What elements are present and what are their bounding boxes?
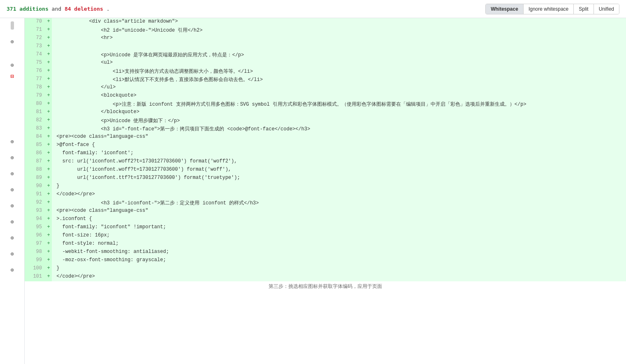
line-content: <ul> [52, 59, 626, 67]
line-content: <h3 id="-font-face">第一步：拷贝项目下面生成的 <code>… [52, 125, 626, 133]
line-number: 76 [25, 67, 45, 76]
line-sign: + [45, 109, 52, 117]
line-sign: + [45, 232, 52, 240]
deletions-count: 84 deletions [65, 6, 103, 12]
gutter-expand-7[interactable]: ⊕ [9, 202, 16, 209]
line-sign: + [45, 84, 52, 92]
line-number: 101 [25, 273, 45, 281]
gutter-expand-3[interactable]: ⊕ [9, 138, 16, 145]
gutter-expand-4[interactable]: ⊕ [9, 154, 16, 161]
line-content: <p>注意：新版 iconfont 支持两种方式引用多色图标：SVG symbo… [52, 100, 626, 109]
split-button[interactable]: Split [574, 4, 594, 14]
table-row: 93+ <pre><code class="language-css" [25, 207, 626, 216]
line-sign: + [45, 248, 52, 257]
line-number: 88 [25, 166, 45, 174]
table-row: 82+ <p>Unicode 使用步骤如下：</p> [25, 117, 626, 125]
gutter-expand-8[interactable]: ⊕ [9, 218, 16, 225]
gutter-expand-5[interactable]: ⊕ [9, 170, 16, 177]
line-sign: + [45, 141, 52, 150]
line-number: 70 [25, 18, 45, 26]
table-row: 89+ url('iconfont.ttf?t=1730127703600') … [25, 174, 626, 183]
gutter-collapse-1[interactable]: ⊟ [9, 72, 16, 80]
line-content: >@font-face { [52, 141, 626, 150]
table-row: 85+ >@font-face { [25, 141, 626, 150]
line-number: 97 [25, 240, 45, 248]
line-content: url('iconfont.woff?t=1730127703600') for… [52, 166, 626, 174]
table-row: 71+ <h2 id="unicode-">Unicode 引用</h2> [25, 26, 626, 35]
diff-table: 70+ <div class="article markdown">71+ <h… [25, 18, 626, 281]
gutter-expand-11[interactable]: ⊕ [9, 266, 16, 274]
table-row: 91+ </code></pre> [25, 191, 626, 199]
line-sign: + [45, 166, 52, 174]
line-sign: + [45, 240, 52, 248]
line-sign: + [45, 199, 52, 207]
gutter-expand-2[interactable]: ⊕ [9, 61, 16, 69]
table-row: 74+ <p>Unicode 是字体在网页端最原始的应用方式，特点是：</p> [25, 51, 626, 59]
line-content: } [52, 265, 626, 273]
line-sign: + [45, 117, 52, 125]
line-content: </blockquote> [52, 109, 626, 117]
line-content: -webkit-font-smoothing: antialiased; [52, 248, 626, 257]
stats-separator: and [52, 6, 65, 12]
line-number: 81 [25, 109, 45, 117]
line-number: 84 [25, 133, 45, 141]
stats-period: . [107, 6, 110, 12]
line-number: 89 [25, 174, 45, 183]
table-row: 77+ <li>默认情况下不支持多色，直接添加多色图标会自动去色。</li> [25, 76, 626, 84]
line-content: <blockquote> [52, 92, 626, 100]
line-content: -moz-osx-font-smoothing: grayscale; [52, 257, 626, 265]
unified-button[interactable]: Unified [594, 4, 619, 14]
line-number: 79 [25, 92, 45, 100]
line-number: 92 [25, 199, 45, 207]
diff-table-wrapper[interactable]: 70+ <div class="article markdown">71+ <h… [25, 18, 626, 364]
line-number: 98 [25, 248, 45, 257]
line-content: <h2 id="unicode-">Unicode 引用</h2> [52, 26, 626, 35]
line-content: <hr> [52, 35, 626, 43]
table-row: 97+ font-style: normal; [25, 240, 626, 248]
line-sign: + [45, 92, 52, 100]
line-number: 99 [25, 257, 45, 265]
gutter-expand-1[interactable]: ⊕ [9, 38, 16, 45]
line-content: font-family: "iconfont" !important; [52, 224, 626, 232]
table-row: 83+ <h3 id="-font-face">第一步：拷贝项目下面生成的 <c… [25, 125, 626, 133]
table-row: 79+ <blockquote> [25, 92, 626, 100]
stats-text: 371 additions and 84 deletions . [7, 6, 109, 12]
line-sign: + [45, 125, 52, 133]
line-number: 86 [25, 150, 45, 158]
line-sign: + [45, 26, 52, 35]
line-sign: + [45, 76, 52, 84]
line-content: </code></pre> [52, 273, 626, 281]
ignore-whitespace-button[interactable]: Ignore whitespace [524, 4, 574, 14]
table-row: 73+ [25, 43, 626, 51]
diff-view-buttons: Whitespace Ignore whitespace Split Unifi… [485, 4, 619, 14]
line-sign: + [45, 100, 52, 109]
line-number: 91 [25, 191, 45, 199]
table-row: 81+ </blockquote> [25, 109, 626, 117]
line-content: <pre><code class="language-css" [52, 133, 626, 141]
table-row: 72+ <hr> [25, 35, 626, 43]
line-content: >.iconfont { [52, 216, 626, 224]
line-content: font-size: 16px; [52, 232, 626, 240]
line-number: 85 [25, 141, 45, 150]
line-content: } [52, 183, 626, 191]
line-content: <pre><code class="language-css" [52, 207, 626, 216]
line-sign: + [45, 51, 52, 59]
gutter-expand-10[interactable]: ⊕ [9, 250, 16, 257]
whitespace-button[interactable]: Whitespace [486, 4, 524, 14]
line-content: <li>支持按字体的方式去动态调整图标大小，颜色等等。</li> [52, 67, 626, 76]
line-number: 73 [25, 43, 45, 51]
line-number: 96 [25, 232, 45, 240]
table-row: 98+ -webkit-font-smoothing: antialiased; [25, 248, 626, 257]
line-number: 80 [25, 100, 45, 109]
line-content: <li>默认情况下不支持多色，直接添加多色图标会自动去色。</li> [52, 76, 626, 84]
line-sign: + [45, 224, 52, 232]
table-row: 88+ url('iconfont.woff?t=1730127703600')… [25, 166, 626, 174]
line-content: <h3 id="-iconfont-">第二步：定义使用 iconfont 的样… [52, 199, 626, 207]
gutter-expand-6[interactable]: ⊕ [9, 186, 16, 193]
gutter-expand-9[interactable]: ⊕ [9, 234, 16, 241]
table-row: 84+ <pre><code class="language-css" [25, 133, 626, 141]
table-row: 90+ } [25, 183, 626, 191]
main-content: ⊕ ⊕ ⊟ ⊕ ⊕ ⊕ ⊕ ⊕ ⊕ ⊕ ⊕ ⊕ 70+ <div class="… [0, 18, 626, 364]
line-number: 94 [25, 216, 45, 224]
line-content: </code></pre> [52, 191, 626, 199]
